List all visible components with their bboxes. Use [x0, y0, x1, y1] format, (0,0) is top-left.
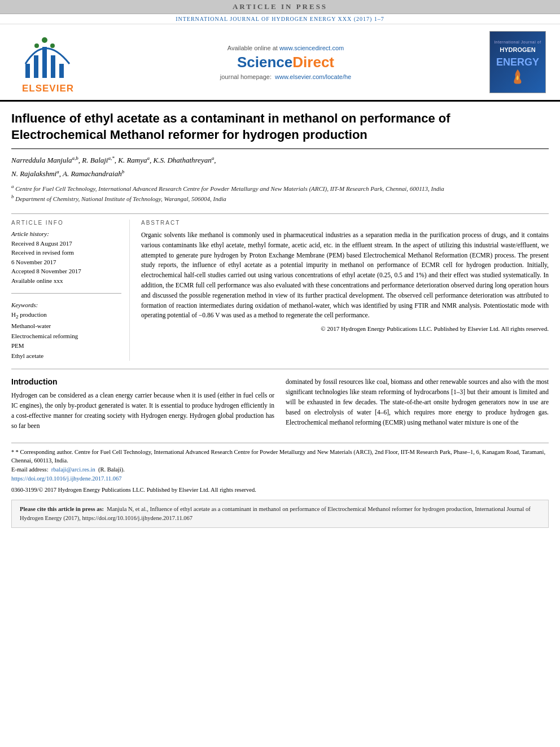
history-revised-date: 6 November 2017 — [11, 257, 121, 267]
email-link[interactable]: rbalaji@arci.res.in — [51, 466, 95, 473]
history-received: Received 8 August 2017 — [11, 239, 121, 248]
authors-line-1: Narreddula Manjulaa,b, R. Balajia,*, K. … — [11, 155, 549, 166]
footnote-corresponding: * * Corresponding author. Centre for Fue… — [11, 448, 549, 466]
email-name: (R. Balaji). — [98, 466, 125, 473]
author-1-sup: a,b — [72, 155, 78, 161]
footnote-section: * * Corresponding author. Centre for Fue… — [11, 443, 549, 495]
article-history: Article history: Received 8 August 2017 … — [11, 230, 121, 286]
affil-b-text: Department of Chemistry, National Instit… — [15, 195, 226, 202]
history-available: Available online xxx — [11, 276, 121, 286]
right-logo-area: International Journal of HYDROGEN ENERGY — [487, 30, 549, 94]
author-5: N. Rajalakshmi — [11, 169, 56, 178]
journal-name-bar: INTERNATIONAL JOURNAL OF HYDROGEN ENERGY… — [0, 14, 560, 24]
intro-right-text: dominated by fossil resources like coal,… — [286, 377, 549, 427]
svg-rect-4 — [59, 64, 64, 78]
footnote-email-line: E-mail address: rbalaji@arci.res.in (R. … — [11, 465, 549, 474]
footnote-corresponding-text: Centre for Fuel Cell Technology, Interna… — [11, 449, 545, 464]
doi-line: https://doi.org/10.1016/j.ijhydene.2017.… — [11, 474, 549, 483]
email-label: E-mail address: — [11, 466, 49, 473]
svg-point-6 — [34, 43, 39, 48]
cite-box: Please cite this article in press as: Ma… — [11, 500, 549, 528]
authors-section: Narreddula Manjulaa,b, R. Balajia,*, K. … — [11, 149, 549, 208]
article-in-press-banner: ARTICLE IN PRESS — [0, 0, 560, 14]
author-3: K. Ramya — [118, 156, 147, 165]
article-info-label: ARTICLE INFO — [11, 220, 121, 226]
journal-homepage-label: journal homepage: — [220, 73, 272, 80]
abstract-text: Organic solvents like methanol is common… — [141, 230, 549, 321]
keywords-section: Keywords: H2 production Methanol-water E… — [11, 302, 121, 361]
article-info-col: ARTICLE INFO Article history: Received 8… — [11, 220, 130, 361]
footnote-star: * — [11, 449, 16, 455]
author-2: R. Balaji — [82, 156, 108, 165]
svg-rect-1 — [34, 55, 38, 78]
keyword-pem: PEM — [11, 341, 121, 351]
intro-left: Introduction Hydrogen can be considered … — [11, 377, 274, 431]
abstract-copyright: © 2017 Hydrogen Energy Publications LLC.… — [141, 325, 549, 332]
affiliations: a Centre for Fuel Cell Technology, Inter… — [11, 183, 549, 203]
flame-icon — [510, 68, 526, 84]
available-online-text: Available online at www.sciencedirect.co… — [228, 45, 344, 51]
svg-point-7 — [50, 43, 55, 48]
journal-homepage-line: journal homepage: www.elsevier.com/locat… — [220, 73, 351, 80]
badge-title-text: HYDROGEN — [500, 46, 536, 54]
author-1: Narreddula Manjula — [11, 156, 72, 165]
authors-line-2: N. Rajalakshmia, A. Ramachandraiahb — [11, 168, 549, 180]
footnote-corresponding-label: * Corresponding author. — [16, 449, 73, 455]
author-4-sup: a — [212, 155, 215, 161]
badge-intl-text: International Journal of — [494, 40, 541, 44]
affiliation-a: a Centre for Fuel Cell Technology, Inter… — [11, 183, 549, 193]
elsevier-logo-area: ELSEVIER — [11, 30, 85, 94]
intro-left-text: Hydrogen can be considered as a clean en… — [11, 391, 274, 431]
badge-energy-text: ENERGY — [496, 56, 539, 68]
sciencedirect-direct-word: Direct — [292, 54, 334, 71]
divider-history-keywords — [11, 293, 121, 294]
sciencedirect-url[interactable]: www.sciencedirect.com — [279, 45, 344, 51]
doi-link[interactable]: https://doi.org/10.1016/j.ijhydene.2017.… — [11, 475, 121, 482]
top-header: ELSEVIER Available online at www.science… — [0, 24, 560, 102]
elsevier-wordmark: ELSEVIER — [22, 83, 74, 94]
cite-box-label: Please cite this article in press as: — [20, 506, 104, 512]
two-col-section: ARTICLE INFO Article history: Received 8… — [11, 213, 549, 361]
keywords-title: Keywords: — [11, 302, 121, 308]
svg-rect-3 — [51, 55, 55, 78]
author-3-sup: a — [147, 155, 150, 161]
elsevier-tree-icon — [20, 30, 76, 81]
keyword-ethyl-acetate: Ethyl acetate — [11, 351, 121, 361]
sciencedirect-science-word: Science — [237, 54, 292, 71]
intro-right: dominated by fossil resources like coal,… — [286, 377, 549, 431]
keyword-methanol-water: Methanol-water — [11, 321, 121, 331]
author-6: A. Ramachandraiah — [63, 169, 122, 178]
author-2-sup: a,* — [108, 155, 114, 161]
journal-homepage-link[interactable]: www.elsevier.com/locate/he — [275, 73, 351, 80]
history-revised-label: Received in revised form — [11, 248, 121, 257]
author-4: K.S. Dhathathreyan — [154, 156, 212, 165]
article-title-section: Influence of ethyl acetate as a contamin… — [11, 102, 549, 149]
svg-rect-2 — [42, 47, 47, 78]
article-title: Influence of ethyl acetate as a contamin… — [11, 111, 549, 143]
keyword-h2: H2 production — [11, 310, 121, 321]
affil-b-label: b — [11, 194, 14, 199]
center-header-info: Available online at www.sciencedirect.co… — [94, 30, 478, 94]
article-main: Influence of ethyl acetate as a contamin… — [0, 102, 560, 528]
abstract-label: ABSTRACT — [141, 220, 549, 226]
intro-heading: Introduction — [11, 377, 274, 386]
affil-a-text: Centre for Fuel Cell Technology, Interna… — [15, 185, 444, 192]
history-accepted: Accepted 8 November 2017 — [11, 267, 121, 276]
keyword-ecr: Electrochemical reforming — [11, 331, 121, 342]
sciencedirect-logo: ScienceDirect — [237, 54, 334, 71]
divider-main — [11, 369, 549, 369]
abstract-col: ABSTRACT Organic solvents like methanol … — [141, 220, 549, 361]
intro-section: Introduction Hydrogen can be considered … — [11, 377, 549, 431]
affiliation-b: b Department of Chemistry, National Inst… — [11, 193, 549, 203]
svg-rect-0 — [25, 64, 30, 78]
affil-a-label: a — [11, 184, 14, 189]
author-5-sup: a — [56, 169, 59, 174]
svg-point-5 — [42, 37, 47, 43]
author-6-sup: b — [122, 169, 125, 174]
history-title: Article history: — [11, 230, 121, 237]
hydrogen-energy-badge: International Journal of HYDROGEN ENERGY — [489, 31, 546, 93]
rights-reserved-text: 0360-3199/© 2017 Hydrogen Energy Publica… — [11, 486, 549, 495]
